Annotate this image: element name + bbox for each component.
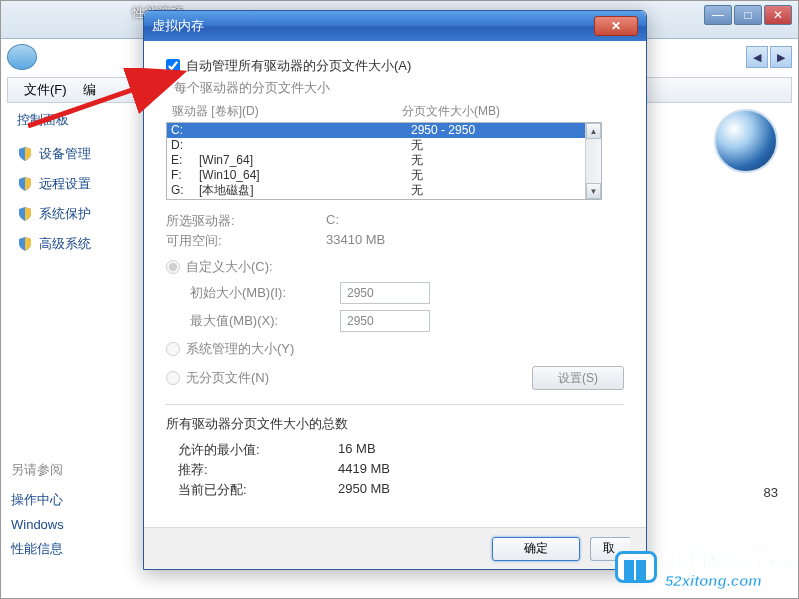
free-space-value: 33410 MB: [326, 232, 385, 250]
nav-left-icon[interactable]: ◀: [746, 46, 768, 68]
min-allowed-value: 16 MB: [338, 441, 376, 459]
maximize-button[interactable]: □: [734, 5, 762, 25]
auto-manage-checkbox[interactable]: [166, 59, 180, 73]
ok-button[interactable]: 确定: [492, 537, 580, 561]
drive-row[interactable]: F:[Win10_64]无: [167, 168, 601, 183]
dialog-close-button[interactable]: ✕: [594, 16, 638, 36]
dialog-title: 虚拟内存: [152, 17, 204, 35]
see-also-title: 另请参阅: [11, 461, 131, 479]
custom-size-label: 自定义大小(C):: [186, 258, 273, 276]
group-title: 每个驱动器的分页文件大小: [174, 79, 624, 97]
watermark-logo-icon: [615, 551, 657, 583]
system-managed-label: 系统管理的大小(Y): [186, 340, 294, 358]
initial-size-input[interactable]: [340, 282, 430, 304]
sidebar-item-device[interactable]: 设备管理: [11, 139, 131, 169]
totals-title: 所有驱动器分页文件大小的总数: [166, 415, 624, 433]
drive-row[interactable]: D:无: [167, 138, 601, 153]
system-managed-radio[interactable]: [166, 342, 180, 356]
shield-icon: [17, 146, 33, 162]
max-size-label: 最大值(MB)(X):: [190, 312, 340, 330]
menu-file[interactable]: 文件(F): [16, 81, 75, 99]
seealso-perf-info[interactable]: 性能信息: [11, 536, 131, 562]
sidebar-item-advanced[interactable]: 高级系统: [11, 229, 131, 259]
sidebar: 控制面板 设备管理 远程设置 系统保护 高级系统: [11, 111, 131, 259]
max-size-input[interactable]: [340, 310, 430, 332]
system-orb-icon: [714, 109, 778, 173]
col-page-label: 分页文件大小(MB): [402, 103, 500, 120]
seealso-action-center[interactable]: 操作中心: [11, 487, 131, 513]
drive-row[interactable]: E:[Win7_64]无: [167, 153, 601, 168]
sidebar-item-remote[interactable]: 远程设置: [11, 169, 131, 199]
virtual-memory-dialog: 虚拟内存 ✕ 自动管理所有驱动器的分页文件大小(A) 每个驱动器的分页文件大小 …: [143, 10, 647, 570]
no-paging-radio[interactable]: [166, 371, 180, 385]
scroll-up-icon[interactable]: ▲: [586, 123, 601, 139]
custom-size-radio[interactable]: [166, 260, 180, 274]
sidebar-title: 控制面板: [11, 111, 131, 129]
drive-row[interactable]: G:[本地磁盘]无: [167, 183, 601, 198]
selected-drive-value: C:: [326, 212, 339, 230]
close-button[interactable]: ✕: [764, 5, 792, 25]
auto-manage-label: 自动管理所有驱动器的分页文件大小(A): [186, 57, 411, 75]
shield-icon: [17, 236, 33, 252]
scroll-down-icon[interactable]: ▼: [586, 183, 601, 199]
initial-size-label: 初始大小(MB)(I):: [190, 284, 340, 302]
watermark: 电脑系统下载 52xitong.com: [615, 545, 791, 589]
currently-allocated-value: 2950 MB: [338, 481, 390, 499]
divider: [166, 404, 624, 405]
shield-icon: [17, 206, 33, 222]
min-allowed-label: 允许的最小值:: [178, 441, 338, 459]
col-drive-label: 驱动器 [卷标](D): [172, 103, 402, 120]
seealso-windows[interactable]: Windows: [11, 513, 131, 536]
watermark-en: 52xitong.com: [665, 572, 762, 589]
free-space-label: 可用空间:: [166, 232, 326, 250]
shield-icon: [17, 176, 33, 192]
back-button[interactable]: [7, 44, 37, 70]
drive-list[interactable]: C:2950 - 2950D:无E:[Win7_64]无F:[Win10_64]…: [166, 122, 602, 200]
set-button[interactable]: 设置(S): [532, 366, 624, 390]
sidebar-item-protect[interactable]: 系统保护: [11, 199, 131, 229]
see-also: 另请参阅 操作中心 Windows 性能信息: [11, 461, 131, 562]
scrollbar[interactable]: ▲ ▼: [585, 123, 601, 199]
currently-allocated-label: 当前已分配:: [178, 481, 338, 499]
selected-drive-label: 所选驱动器:: [166, 212, 326, 230]
dialog-titlebar[interactable]: 虚拟内存 ✕: [144, 11, 646, 41]
minimize-button[interactable]: —: [704, 5, 732, 25]
drive-row[interactable]: C:2950 - 2950: [167, 123, 601, 138]
right-info-number: 83: [764, 485, 778, 500]
nav-right-icon[interactable]: ▶: [770, 46, 792, 68]
menu-edit[interactable]: 编: [75, 81, 104, 99]
recommended-value: 4419 MB: [338, 461, 390, 479]
watermark-cn: 电脑系统下载: [665, 545, 791, 572]
no-paging-label: 无分页文件(N): [186, 369, 269, 387]
recommended-label: 推荐:: [178, 461, 338, 479]
